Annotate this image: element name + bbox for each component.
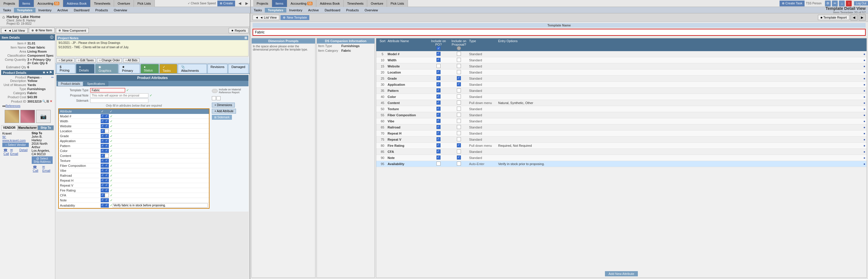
po-checkbox[interactable]: [436, 64, 440, 68]
ta-row-action-icon[interactable]: ●: [863, 162, 865, 166]
tab-status[interactable]: ● Status: [141, 64, 159, 73]
attr-cb1[interactable]: [101, 129, 105, 133]
po-checkbox[interactable]: [436, 119, 440, 123]
nav-tab-address-book[interactable]: Address Book: [63, 0, 90, 7]
include-prop-cb[interactable]: [216, 96, 221, 100]
snav-tasks[interactable]: Tasks: [0, 8, 14, 12]
ta-row-action-icon[interactable]: ●: [863, 126, 865, 129]
rsnav-products[interactable]: Products: [343, 8, 362, 12]
template-report-button[interactable]: ■ Template Report: [818, 15, 849, 20]
attr-cb2[interactable]: [105, 174, 109, 178]
rsnav-dashboard[interactable]: Dashboard: [322, 8, 343, 12]
attr-value-input[interactable]: [113, 194, 208, 197]
attr-cb2[interactable]: [105, 203, 109, 208]
add-attribute-button[interactable]: + Add Attribute: [212, 109, 236, 114]
tab-revisions[interactable]: Revisions: [208, 64, 228, 73]
product-image-3[interactable]: 📷: [36, 110, 51, 123]
proposal-note-input[interactable]: [90, 93, 148, 98]
attr-cb1[interactable]: [101, 159, 105, 163]
ta-row-action-icon[interactable]: ●: [863, 52, 865, 56]
attr-value-input[interactable]: [113, 135, 208, 138]
attr-cb1[interactable]: [101, 203, 105, 208]
attr-value-input[interactable]: [113, 120, 208, 123]
subtab-product-details[interactable]: Product details: [58, 81, 83, 86]
tab-graphics[interactable]: ◉ Graphics: [95, 64, 118, 73]
ta-row-action-icon[interactable]: ●: [863, 132, 865, 135]
product-image-2[interactable]: [20, 110, 35, 123]
proposal-checkbox[interactable]: [457, 64, 461, 68]
ship-call-link[interactable]: ☎ Call: [33, 165, 41, 172]
home-icon[interactable]: ⌂: [839, 1, 845, 6]
clear-product-icon[interactable]: ✕: [50, 99, 52, 103]
attr-cb1[interactable]: [101, 188, 105, 193]
attr-cb1[interactable]: [101, 183, 105, 187]
attr-value-input[interactable]: [113, 159, 208, 163]
nav-tab-accounting[interactable]: Accounting 55: [34, 0, 63, 7]
ta-row-action-icon[interactable]: ●: [863, 71, 865, 74]
tab-details[interactable]: ≡ Details: [76, 64, 95, 73]
sidemark-button[interactable]: ⊞ Sidemark: [212, 115, 232, 120]
attr-value-input[interactable]: [113, 125, 208, 128]
tab-tasks[interactable]: ✓ Tasks: [159, 64, 178, 73]
proposal-checkbox[interactable]: [457, 52, 461, 56]
attr-cb1[interactable]: [101, 198, 105, 202]
edit-taxes-button[interactable]: ○ Edit Taxes: [76, 58, 96, 63]
tab-attachments[interactable]: 📎 Attachments: [178, 64, 207, 73]
nav-tab-pick-lists[interactable]: Pick Lists: [134, 0, 155, 7]
pencil-icon[interactable]: ✏: [832, 1, 838, 6]
link-product-icon[interactable]: ⛓: [46, 100, 49, 103]
proposal-checkbox[interactable]: [457, 95, 461, 99]
vendor-tab[interactable]: VENDOR: [1, 125, 18, 130]
attr-value-input[interactable]: [113, 184, 208, 187]
attr-cb2[interactable]: [105, 149, 109, 153]
po-checkbox[interactable]: [436, 125, 440, 129]
attr-cb2[interactable]: [105, 119, 109, 123]
attr-cb2[interactable]: [105, 114, 109, 118]
attr-value-input[interactable]: [113, 149, 208, 152]
attr-cb2[interactable]: [105, 134, 109, 138]
po-checkbox[interactable]: [436, 52, 440, 56]
ta-row-action-icon[interactable]: ●: [863, 59, 865, 62]
vendor-website[interactable]: W: www.kravet.com: [2, 135, 29, 142]
attr-value-input[interactable]: [113, 139, 208, 143]
new-item-button[interactable]: ⊕ ⊕ New Item: [29, 28, 55, 33]
attr-value-input[interactable]: [113, 203, 208, 208]
proposal-checkbox[interactable]: [457, 119, 461, 123]
ship-to-tab[interactable]: Ship To: [37, 125, 54, 130]
attr-cb2[interactable]: [105, 129, 109, 133]
snav-archive[interactable]: Archive: [54, 8, 71, 12]
snav-inventory[interactable]: Inventory: [35, 8, 54, 12]
proposal-checkbox[interactable]: [457, 70, 461, 74]
snav-templates[interactable]: Templates: [14, 8, 35, 12]
attr-value-input[interactable]: [113, 174, 208, 177]
rsnav-tasks[interactable]: Tasks: [251, 8, 265, 12]
po-checkbox[interactable]: [436, 113, 440, 117]
ta-row-action-icon[interactable]: ●: [863, 156, 865, 160]
heart-icon[interactable]: ♥: [46, 71, 48, 74]
new-component-button[interactable]: ⊕ New Component: [56, 28, 89, 33]
ta-row-action-icon[interactable]: ●: [863, 65, 865, 68]
template-type-input[interactable]: [90, 88, 125, 93]
attr-cb2[interactable]: [105, 159, 109, 163]
attr-value-input[interactable]: [113, 189, 208, 192]
attr-cb2[interactable]: [105, 169, 109, 173]
po-checkbox[interactable]: [436, 82, 440, 86]
star-icon[interactable]: ★: [42, 71, 45, 74]
attr-cb1[interactable]: [101, 193, 105, 197]
ta-row-action-icon[interactable]: ●: [863, 113, 865, 117]
po-checkbox[interactable]: [436, 58, 440, 62]
subtab-specifications[interactable]: Specifications: [84, 81, 108, 86]
rsnav-overview[interactable]: Overview: [362, 8, 381, 12]
attr-value-input[interactable]: [113, 144, 208, 148]
attr-value-input[interactable]: [113, 154, 208, 158]
alert-icon[interactable]: !: [846, 1, 852, 6]
proposal-checkbox[interactable]: [457, 82, 461, 86]
attr-cb2[interactable]: [105, 154, 109, 158]
tab-primary[interactable]: ★ Primary: [119, 64, 140, 73]
logout-button[interactable]: Log Out: [854, 1, 868, 5]
attr-cb2[interactable]: [105, 139, 109, 143]
create-button[interactable]: ⊕ Create: [217, 1, 235, 6]
proposal-checkbox[interactable]: [457, 107, 461, 111]
rsnav-templates[interactable]: Templates: [265, 8, 286, 12]
attr-cb1[interactable]: [101, 164, 105, 168]
